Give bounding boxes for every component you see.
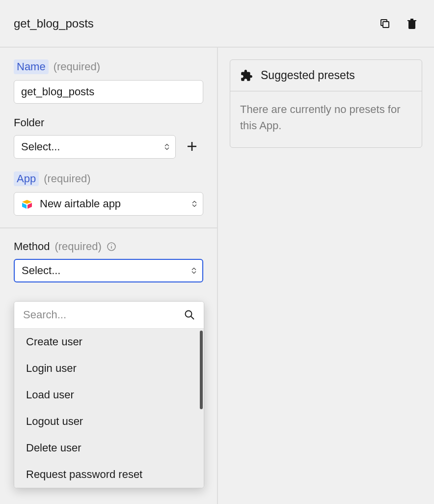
method-select[interactable]: Select... [14, 259, 203, 282]
folder-select[interactable]: Select... [14, 135, 176, 159]
app-select-value: New airtable app [40, 197, 121, 210]
svg-point-6 [186, 311, 192, 317]
method-search-row [14, 302, 204, 329]
presets-title: Suggested presets [261, 69, 355, 82]
method-option[interactable]: Create user [14, 329, 204, 355]
chevron-updown-icon [192, 201, 197, 207]
method-label: Method [14, 240, 50, 253]
app-label: App [14, 171, 39, 186]
copy-button[interactable] [376, 15, 394, 32]
method-option[interactable]: Load user [14, 382, 204, 408]
method-label-row: Method (required) [14, 240, 203, 253]
method-option[interactable]: Logout user [14, 408, 204, 435]
svg-rect-0 [383, 22, 389, 28]
svg-line-7 [191, 316, 194, 319]
chevron-updown-icon [191, 268, 196, 274]
right-panel: Suggested presets There are currently no… [218, 47, 434, 504]
main-content: Name (required) Folder Select... [0, 47, 434, 504]
method-search-input[interactable] [23, 308, 184, 321]
trash-icon [407, 18, 417, 29]
extension-icon [240, 69, 253, 82]
app-label-row: App (required) [14, 171, 203, 186]
search-icon [184, 309, 195, 320]
folder-select-placeholder: Select... [21, 140, 60, 153]
app-field: App (required) New airtable app [14, 171, 203, 216]
name-required: (required) [54, 60, 100, 73]
page-header: get_blog_posts [0, 0, 434, 47]
airtable-icon [21, 198, 33, 210]
app-select-content: New airtable app [21, 197, 121, 210]
name-field: Name (required) [14, 59, 203, 104]
copy-icon [379, 18, 391, 29]
plus-icon [187, 141, 197, 152]
method-dropdown: Create user Login user Load user Logout … [14, 301, 204, 488]
name-label: Name [14, 59, 49, 74]
method-required: (required) [54, 240, 101, 253]
folder-label: Folder [14, 116, 44, 129]
name-label-row: Name (required) [14, 59, 203, 74]
method-option[interactable]: Request password reset [14, 461, 204, 488]
add-folder-button[interactable] [184, 137, 200, 157]
folder-row: Select... [14, 135, 203, 159]
page-title: get_blog_posts [14, 17, 94, 30]
presets-card: Suggested presets There are currently no… [230, 59, 422, 148]
app-select[interactable]: New airtable app [14, 192, 203, 216]
top-section: Name (required) Folder Select... [0, 48, 217, 227]
delete-button[interactable] [404, 15, 420, 32]
method-option[interactable]: Login user [14, 355, 204, 382]
method-section: Method (required) Select... [0, 227, 217, 294]
method-option[interactable]: Delete user [14, 435, 204, 461]
folder-field: Folder Select... [14, 116, 203, 159]
method-field: Method (required) Select... [14, 240, 203, 282]
left-panel: Name (required) Folder Select... [0, 47, 218, 504]
header-actions [376, 15, 420, 32]
method-dropdown-list: Create user Login user Load user Logout … [14, 329, 204, 488]
svg-point-5 [111, 244, 112, 245]
presets-empty-text: There are currently no presets for this … [230, 91, 422, 147]
method-select-placeholder: Select... [22, 264, 60, 277]
presets-header: Suggested presets [230, 60, 422, 91]
scrollbar[interactable] [200, 331, 203, 409]
folder-label-row: Folder [14, 116, 203, 129]
chevron-updown-icon [164, 144, 169, 150]
app-required: (required) [44, 172, 90, 185]
name-input[interactable] [14, 80, 203, 104]
info-icon [107, 242, 116, 252]
